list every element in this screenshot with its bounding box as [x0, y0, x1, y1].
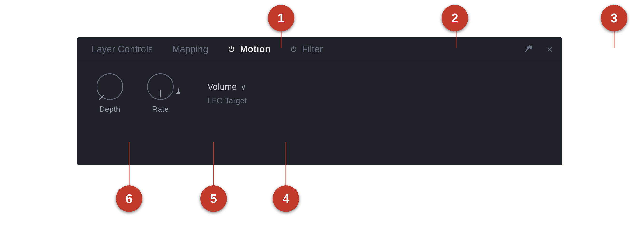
close-button[interactable]: ×: [547, 44, 552, 55]
sync-icon[interactable]: [175, 86, 184, 98]
rate-control: Rate: [147, 73, 174, 114]
main-panel: Layer Controls Mapping Motion Filter: [77, 37, 562, 165]
annotation-label-5: 5: [210, 191, 217, 206]
tab-mapping-label: Mapping: [172, 44, 208, 54]
lfo-volume-row: Volume ∨: [208, 82, 246, 92]
tab-bar: Layer Controls Mapping Motion Filter: [77, 37, 562, 61]
power-icon-filter: [290, 46, 297, 53]
controls-area: Depth Rate Volume: [77, 61, 562, 123]
lfo-dropdown-arrow[interactable]: ∨: [241, 83, 246, 91]
pin-button[interactable]: [524, 43, 533, 55]
close-icon: ×: [547, 44, 552, 54]
rate-label: Rate: [152, 105, 169, 114]
rate-knob-wrapper: [147, 73, 174, 100]
depth-label: Depth: [100, 105, 120, 114]
tab-filter[interactable]: Filter: [290, 44, 323, 54]
annotation-3: 3: [601, 5, 627, 31]
annotation-label-1: 1: [278, 11, 285, 25]
depth-knob[interactable]: [96, 73, 123, 100]
tab-motion[interactable]: Motion: [228, 44, 271, 54]
tab-filter-label: Filter: [302, 44, 323, 54]
lfo-volume-value: Volume: [208, 82, 237, 92]
depth-control: Depth: [96, 73, 123, 114]
annotation-label-4: 4: [282, 191, 290, 206]
annotation-2: 2: [442, 5, 468, 31]
power-icon-motion: [228, 45, 235, 53]
annotation-1: 1: [268, 5, 294, 31]
svg-line-0: [525, 49, 527, 52]
annotation-label-6: 6: [126, 191, 133, 206]
lfo-target-control: Volume ∨ LFO Target: [208, 82, 246, 105]
tab-motion-label: Motion: [240, 44, 271, 54]
lfo-target-label: LFO Target: [208, 96, 246, 105]
rate-knob[interactable]: [147, 73, 174, 100]
tab-mapping[interactable]: Mapping: [172, 44, 208, 54]
annotation-6: 6: [116, 185, 142, 212]
annotation-4: 4: [273, 185, 299, 212]
tab-layer-controls-label: Layer Controls: [92, 44, 153, 54]
annotation-label-3: 3: [611, 11, 618, 25]
annotation-label-2: 2: [452, 11, 458, 25]
svg-rect-3: [176, 93, 180, 94]
tab-layer-controls[interactable]: Layer Controls: [92, 44, 153, 54]
annotation-5: 5: [200, 185, 227, 212]
